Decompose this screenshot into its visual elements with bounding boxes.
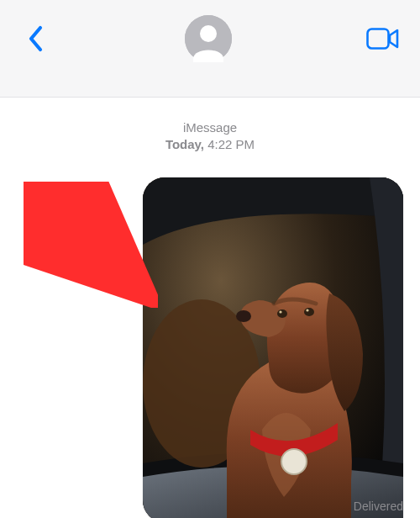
conversation-header bbox=[0, 0, 420, 98]
photo-attachment[interactable] bbox=[143, 177, 403, 518]
annotation-arrow-icon bbox=[24, 182, 158, 308]
svg-point-11 bbox=[306, 309, 308, 311]
dog-photo-icon bbox=[143, 177, 403, 518]
delivery-status: Delivered bbox=[354, 500, 403, 513]
timestamp-time: 4:22 PM bbox=[207, 137, 255, 151]
thread-timestamp: iMessage Today, 4:22 PM bbox=[0, 119, 420, 154]
svg-point-10 bbox=[279, 310, 281, 313]
svg-point-8 bbox=[277, 309, 287, 318]
message-thread: iMessage Today, 4:22 PM bbox=[0, 98, 420, 518]
facetime-button[interactable] bbox=[365, 22, 402, 56]
video-camera-icon bbox=[366, 28, 400, 50]
service-label: iMessage bbox=[0, 119, 420, 136]
sent-message bbox=[143, 177, 403, 518]
timestamp-day: Today, bbox=[165, 137, 204, 151]
svg-point-9 bbox=[304, 308, 314, 316]
svg-point-7 bbox=[236, 310, 251, 322]
svg-rect-2 bbox=[368, 29, 389, 48]
person-icon bbox=[185, 15, 232, 62]
contact-avatar[interactable] bbox=[185, 15, 232, 62]
svg-point-1 bbox=[200, 25, 217, 42]
back-button[interactable] bbox=[18, 22, 52, 56]
chevron-left-icon bbox=[28, 25, 44, 52]
